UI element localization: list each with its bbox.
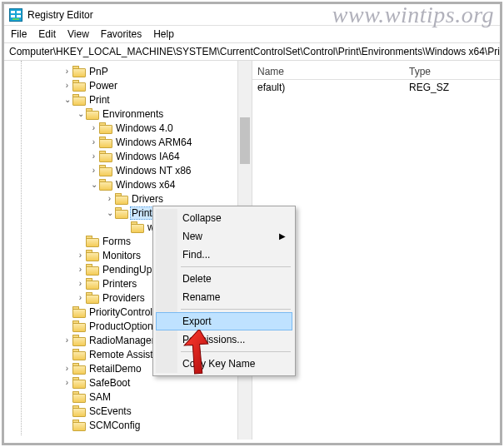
tree-node-label: Providers bbox=[101, 292, 147, 304]
tree-node[interactable]: ›PnP bbox=[7, 64, 237, 78]
value-type: REG_SZ bbox=[409, 82, 500, 93]
folder-icon bbox=[99, 122, 112, 133]
window-title: Registry Editor bbox=[27, 9, 93, 21]
folder-icon bbox=[72, 94, 86, 105]
tree-node-label: Drivers bbox=[130, 193, 165, 205]
context-menu-item[interactable]: Export bbox=[156, 312, 292, 330]
tree-node[interactable]: ›Power bbox=[7, 78, 237, 92]
context-menu-item[interactable]: Copy Key Name bbox=[156, 355, 292, 373]
expander-closed-icon[interactable]: › bbox=[76, 294, 86, 302]
svg-rect-2 bbox=[17, 11, 21, 13]
submenu-arrow-icon: ▶ bbox=[279, 231, 286, 241]
folder-icon bbox=[72, 405, 86, 416]
context-menu-item-label: Export bbox=[182, 315, 212, 327]
context-menu-item[interactable]: New▶ bbox=[156, 227, 292, 246]
tree-node-label: PnP bbox=[87, 66, 110, 77]
tree-node-label: Monitors bbox=[101, 250, 142, 261]
tree-node-label: PriorityControl bbox=[87, 306, 154, 318]
expander-closed-icon[interactable]: › bbox=[76, 280, 86, 288]
tree-node[interactable]: ›Windows ARM64 bbox=[7, 135, 237, 149]
menu-bar: File Edit View Favorites Help bbox=[4, 26, 500, 43]
expander-closed-icon[interactable]: › bbox=[62, 379, 72, 387]
tree-node[interactable]: ›Windows 4.0 bbox=[7, 121, 237, 135]
menu-help[interactable]: Help bbox=[153, 28, 174, 40]
context-menu-item[interactable]: Delete bbox=[156, 270, 292, 288]
column-name[interactable]: Name bbox=[252, 66, 409, 77]
menu-file[interactable]: File bbox=[11, 28, 27, 40]
folder-icon bbox=[99, 179, 112, 190]
menu-edit[interactable]: Edit bbox=[38, 28, 56, 40]
svg-rect-1 bbox=[11, 11, 15, 13]
expander-closed-icon[interactable]: › bbox=[89, 152, 99, 161]
expander-open-icon[interactable]: ⌄ bbox=[89, 181, 99, 189]
context-menu-separator bbox=[181, 309, 291, 310]
expander-closed-icon[interactable]: › bbox=[105, 195, 115, 203]
expander-open-icon[interactable]: ⌄ bbox=[105, 209, 115, 217]
svg-rect-3 bbox=[11, 15, 15, 17]
expander-closed-icon[interactable]: › bbox=[76, 266, 86, 274]
tree-node[interactable]: ScEvents bbox=[7, 404, 237, 418]
svg-rect-4 bbox=[17, 15, 21, 17]
expander-closed-icon[interactable]: › bbox=[76, 251, 86, 260]
folder-icon bbox=[115, 193, 128, 204]
expander-open-icon[interactable]: ⌄ bbox=[62, 96, 72, 104]
expander-open-icon[interactable]: ⌄ bbox=[76, 110, 86, 118]
context-menu-separator bbox=[181, 351, 291, 352]
regedit-app-icon bbox=[9, 8, 22, 22]
folder-icon bbox=[72, 306, 86, 317]
folder-icon bbox=[72, 80, 86, 91]
context-menu: CollapseNew▶Find...DeleteRenameExportPer… bbox=[152, 206, 296, 376]
tree-node[interactable]: ⌄Windows x64 bbox=[7, 177, 237, 191]
address-bar[interactable]: Computer\HKEY_LOCAL_MACHINE\SYSTEM\Curre… bbox=[4, 43, 500, 61]
tree-node-label: RetailDemo bbox=[87, 363, 143, 375]
value-row-default[interactable]: efault) REG_SZ bbox=[252, 80, 500, 95]
folder-icon bbox=[86, 278, 99, 289]
tree-node[interactable]: ⌄Environments bbox=[7, 107, 237, 121]
expander-closed-icon[interactable]: › bbox=[62, 82, 72, 90]
tree-node-label: Forms bbox=[101, 236, 132, 247]
expander-closed-icon[interactable]: › bbox=[89, 124, 99, 132]
tree-node-label: Windows ARM64 bbox=[114, 137, 193, 148]
expander-closed-icon[interactable]: › bbox=[89, 166, 99, 175]
tree-node-label: SCMConfig bbox=[87, 420, 142, 431]
folder-icon bbox=[86, 292, 99, 303]
tree-node-label: Windows IA64 bbox=[114, 151, 182, 162]
tree-node-label: Power bbox=[87, 80, 119, 92]
tree-node[interactable]: ›SafeBoot bbox=[7, 375, 237, 390]
tree-node-label: Printers bbox=[101, 278, 138, 290]
expander-closed-icon[interactable]: › bbox=[62, 365, 72, 373]
tree-node[interactable]: ›Windows NT x86 bbox=[7, 163, 237, 177]
context-menu-separator bbox=[181, 266, 291, 267]
svg-rect-5 bbox=[12, 18, 19, 20]
tree-node[interactable]: SAM bbox=[7, 390, 237, 404]
menu-favorites[interactable]: Favorites bbox=[101, 28, 142, 40]
context-menu-item[interactable]: Find... bbox=[156, 246, 292, 264]
tree-node-label: Environments bbox=[101, 108, 165, 120]
folder-icon bbox=[72, 420, 86, 430]
expander-closed-icon[interactable]: › bbox=[89, 138, 99, 147]
tree-node[interactable]: SCMConfig bbox=[7, 418, 237, 432]
folder-icon bbox=[99, 151, 112, 161]
tree-node[interactable]: ⌄Print bbox=[7, 92, 237, 107]
folder-icon bbox=[72, 335, 86, 345]
context-menu-item[interactable]: Collapse bbox=[156, 209, 292, 227]
expander-closed-icon[interactable]: › bbox=[62, 67, 72, 76]
scroll-thumb[interactable] bbox=[240, 117, 250, 164]
folder-icon bbox=[72, 377, 86, 388]
folder-icon bbox=[86, 108, 99, 119]
context-menu-item[interactable]: Rename bbox=[156, 288, 292, 306]
context-menu-item[interactable]: Permissions... bbox=[156, 330, 292, 349]
tree-node-label: Windows NT x86 bbox=[114, 165, 192, 176]
menu-view[interactable]: View bbox=[67, 28, 89, 40]
tree-node-label: SafeBoot bbox=[87, 377, 132, 389]
column-type[interactable]: Type bbox=[409, 66, 500, 77]
folder-icon bbox=[72, 391, 86, 402]
folder-icon bbox=[115, 207, 128, 218]
tree-node-label: ScEvents bbox=[87, 405, 133, 417]
tree-node[interactable]: ›Drivers bbox=[7, 191, 237, 206]
expander-closed-icon[interactable]: › bbox=[62, 336, 72, 345]
context-menu-item-label: New bbox=[182, 231, 202, 242]
tree-node[interactable]: ›Windows IA64 bbox=[7, 149, 237, 163]
tree-node-label: Print bbox=[87, 94, 112, 106]
folder-icon bbox=[99, 165, 112, 176]
